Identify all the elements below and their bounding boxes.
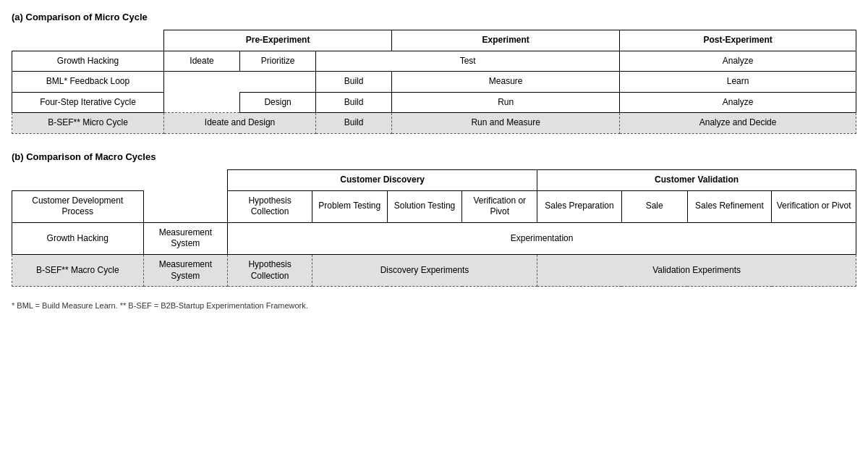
macro-empty2	[143, 169, 228, 190]
table-row: Four-Step Iterative Cycle Design Build R…	[12, 92, 856, 113]
macro-cycle-table: Customer Discovery Customer Validation C…	[12, 169, 856, 287]
macro-cycle-section: (b) Comparison of Macro Cycles Customer …	[12, 151, 856, 287]
growth-hacking-macro-label: Growth Hacking	[12, 222, 144, 254]
table-row: B-SEF** Micro Cycle Ideate and Design Bu…	[12, 113, 856, 134]
sales-refinement-cell: Sales Refinement	[687, 190, 772, 222]
micro-header-row: Pre-Experiment Experiment Post-Experimen…	[12, 30, 856, 51]
bml-empty2	[240, 72, 316, 93]
prioritize-cell: Prioritize	[240, 51, 316, 72]
sales-preparation-cell: Sales Preparation	[537, 190, 622, 222]
table-row: Customer Development Process Hypothesis …	[12, 190, 856, 222]
table-row: B-SEF** Macro Cycle Measurement System H…	[12, 254, 856, 286]
bml-label: BML* Feedback Loop	[12, 72, 164, 93]
experiment-header: Experiment	[392, 30, 620, 51]
sale-cell: Sale	[621, 190, 687, 222]
cdp-empty	[143, 190, 228, 222]
bml-empty1	[164, 72, 240, 93]
growth-hacking-label: Growth Hacking	[12, 51, 164, 72]
bsef-micro-label: B-SEF** Micro Cycle	[12, 113, 164, 134]
design-cell: Design	[240, 92, 316, 113]
hypothesis-collection-cell: Hypothesis Collection	[228, 190, 312, 222]
analyze-cell-1: Analyze	[620, 51, 856, 72]
build-cell-1: Build	[316, 72, 392, 93]
measurement-system-cell-2: Measurement System	[143, 254, 228, 286]
run-cell: Run	[392, 92, 620, 113]
experimentation-cell: Experimentation	[228, 222, 856, 254]
micro-cycle-section: (a) Comparison of Micro Cycle Pre-Experi…	[12, 12, 856, 134]
analyze-decide-cell: Analyze and Decide	[620, 113, 856, 134]
verification-pivot-cell-1: Verification or Pivot	[462, 190, 537, 222]
table-row: BML* Feedback Loop Build Measure Learn	[12, 72, 856, 93]
ideate-design-cell: Ideate and Design	[164, 113, 316, 134]
table-row: Growth Hacking Ideate Prioritize Test An…	[12, 51, 856, 72]
customer-dev-label: Customer Development Process	[12, 190, 144, 222]
bsef-macro-label: B-SEF** Macro Cycle	[12, 254, 144, 286]
micro-cycle-table: Pre-Experiment Experiment Post-Experimen…	[12, 30, 856, 134]
build-cell-2: Build	[316, 92, 392, 113]
customer-discovery-header: Customer Discovery	[228, 169, 537, 190]
solution-testing-cell: Solution Testing	[387, 190, 462, 222]
macro-header-row: Customer Discovery Customer Validation	[12, 169, 856, 190]
macro-cycle-title: (b) Comparison of Macro Cycles	[12, 151, 856, 162]
macro-empty1	[12, 169, 144, 190]
four-step-empty1	[164, 92, 240, 113]
test-cell: Test	[316, 51, 620, 72]
validation-experiments-cell: Validation Experiments	[537, 254, 856, 286]
discovery-experiments-cell: Discovery Experiments	[312, 254, 537, 286]
footnote: * BML = Build Measure Learn. ** B-SEF = …	[12, 301, 856, 310]
pre-experiment-header: Pre-Experiment	[164, 30, 392, 51]
measure-cell: Measure	[392, 72, 620, 93]
four-step-label: Four-Step Iterative Cycle	[12, 92, 164, 113]
customer-validation-header: Customer Validation	[537, 169, 856, 190]
verification-pivot-cell-2: Verification or Pivot	[772, 190, 856, 222]
ideate-cell: Ideate	[164, 51, 240, 72]
post-experiment-header: Post-Experiment	[620, 30, 856, 51]
hypothesis-collection-bsef: Hypothesis Collection	[228, 254, 312, 286]
problem-testing-cell: Problem Testing	[312, 190, 387, 222]
build-cell-3: Build	[316, 113, 392, 134]
analyze-cell-2: Analyze	[620, 92, 856, 113]
table-row: Growth Hacking Measurement System Experi…	[12, 222, 856, 254]
run-measure-cell: Run and Measure	[392, 113, 620, 134]
micro-header-empty	[12, 30, 164, 51]
learn-cell: Learn	[620, 72, 856, 93]
micro-cycle-title: (a) Comparison of Micro Cycle	[12, 12, 856, 22]
measurement-system-cell-1: Measurement System	[143, 222, 228, 254]
